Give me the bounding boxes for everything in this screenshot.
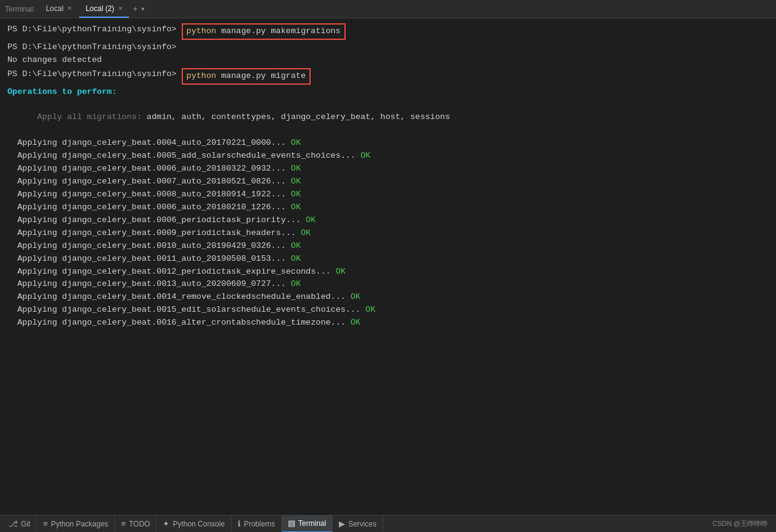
python-keyword-1: python xyxy=(187,26,217,36)
tab-local2-close[interactable]: ✕ xyxy=(118,5,123,12)
status-python-packages[interactable]: ≡ Python Packages xyxy=(37,515,115,533)
migration-5: Applying django_celery_beat.0008_auto_20… xyxy=(7,188,769,201)
tab-local[interactable]: Local ✕ xyxy=(40,1,79,18)
cmd-migrate: manage.py migrate xyxy=(216,71,306,80)
migration-10: Applying django_celery_beat.0011_auto_20… xyxy=(7,253,769,266)
add-tab-icon[interactable]: + xyxy=(133,4,138,14)
migration-12: Applying django_celery_beat.0013_auto_20… xyxy=(7,278,769,291)
services-icon: ▶ xyxy=(339,519,345,528)
migration-8: Applying django_celery_beat.0009_periodi… xyxy=(7,227,769,240)
status-todo[interactable]: ≡ TODO xyxy=(115,515,157,533)
services-label: Services xyxy=(348,520,376,528)
migration-1: Applying django_celery_beat.0004_auto_20… xyxy=(7,137,769,150)
tab-dropdown-icon[interactable]: ▾ xyxy=(140,4,145,14)
prompt-1: PS D:\File\pythonTraining\sysinfo> xyxy=(7,23,182,36)
tab-local-label: Local xyxy=(46,4,64,13)
csdn-watermark: CSDN @王哗哗哗 xyxy=(713,519,774,528)
python-packages-icon: ≡ xyxy=(43,519,48,528)
operations-header: Operations to perform: xyxy=(7,86,769,99)
status-services[interactable]: ▶ Services xyxy=(333,515,383,533)
status-terminal[interactable]: ▤ Terminal xyxy=(282,515,333,533)
migration-4: Applying django_celery_beat.0007_auto_20… xyxy=(7,175,769,188)
migration-11: Applying django_celery_beat.0012_periodi… xyxy=(7,266,769,279)
migration-9: Applying django_celery_beat.0010_auto_20… xyxy=(7,240,769,253)
status-problems[interactable]: ℹ Problems xyxy=(231,515,282,533)
tab-bar: Terminal: Local ✕ Local (2) ✕ + ▾ xyxy=(0,0,776,18)
migration-2: Applying django_celery_beat.0005_add_sol… xyxy=(7,150,769,163)
no-changes-line: PS D:\File\pythonTraining\sysinfo> xyxy=(7,41,769,54)
git-label: Git xyxy=(21,520,30,528)
python-packages-label: Python Packages xyxy=(51,520,108,528)
tab-local2[interactable]: Local (2) ✕ xyxy=(79,1,129,18)
tab-add-button[interactable]: + ▾ xyxy=(133,4,148,14)
python-keyword-2: python xyxy=(187,71,217,80)
tab-local2-label: Local (2) xyxy=(85,4,114,13)
status-python-console[interactable]: ✦ Python Console xyxy=(157,515,231,533)
cmd-makemigrations: manage.py makemigrations xyxy=(216,26,341,36)
migration-14: Applying django_celery_beat.0015_edit_so… xyxy=(7,304,769,317)
problems-label: Problems xyxy=(244,520,275,528)
todo-label: TODO xyxy=(129,520,150,528)
terminal-icon: ▤ xyxy=(288,519,295,528)
prompt-2: PS D:\File\pythonTraining\sysinfo> xyxy=(7,68,182,81)
tab-local-close[interactable]: ✕ xyxy=(67,5,72,12)
no-changes-text: No changes detected xyxy=(7,54,769,67)
migration-6: Applying django_celery_beat.0006_auto_20… xyxy=(7,201,769,214)
status-git[interactable]: ⎇ Git xyxy=(2,515,37,533)
git-icon: ⎇ xyxy=(9,519,18,528)
terminal-output: PS D:\File\pythonTraining\sysinfo> pytho… xyxy=(0,18,776,515)
todo-icon: ≡ xyxy=(121,519,126,528)
migration-7: Applying django_celery_beat.0006_periodi… xyxy=(7,214,769,227)
terminal-status-label: Terminal xyxy=(298,519,326,528)
python-console-icon: ✦ xyxy=(163,519,169,528)
terminal-label: Terminal: xyxy=(5,5,35,13)
python-console-label: Python Console xyxy=(173,520,225,528)
status-bar: ⎇ Git ≡ Python Packages ≡ TODO ✦ Python … xyxy=(0,515,776,532)
migration-3: Applying django_celery_beat.0006_auto_20… xyxy=(7,163,769,175)
apply-all-line: Apply all migrations: admin, auth, conte… xyxy=(7,99,769,137)
migration-15: Applying django_celery_beat.0016_alter_c… xyxy=(7,317,769,330)
migration-13: Applying django_celery_beat.0014_remove_… xyxy=(7,291,769,304)
problems-icon: ℹ xyxy=(238,519,241,528)
